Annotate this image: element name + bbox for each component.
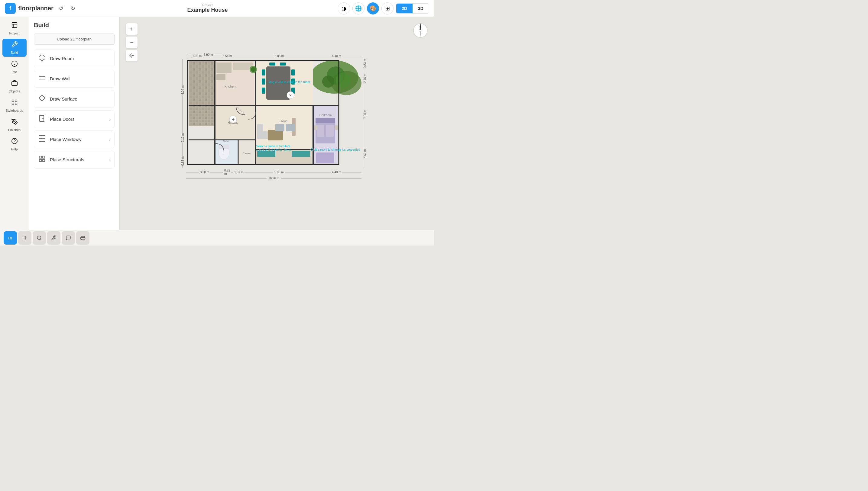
- measure-left-1: 2.12 m: [181, 133, 184, 143]
- measure-bottom-4: 4.48 m: [332, 171, 341, 174]
- draw-room-label: Draw Room: [50, 56, 74, 61]
- svg-rect-25: [39, 160, 42, 162]
- svg-rect-67: [268, 130, 283, 140]
- topbar-right: ◑ 🌐 🎨 ⊞ 2D 3D: [338, 2, 429, 15]
- sidebar-item-help[interactable]: Help: [2, 135, 27, 153]
- sidebar-item-build[interactable]: Build: [2, 39, 27, 57]
- furniture-button[interactable]: [76, 231, 89, 244]
- svg-point-26: [131, 55, 133, 56]
- redo-button[interactable]: ↻: [69, 3, 77, 13]
- svg-text:✕: ✕: [289, 93, 292, 97]
- svg-rect-54: [269, 62, 275, 65]
- svg-text:N: N: [419, 25, 421, 28]
- info-icon: [11, 60, 18, 69]
- project-label: Project: [187, 3, 227, 7]
- sidebar-item-finishes[interactable]: Finishes: [2, 116, 27, 134]
- svg-text:✚: ✚: [232, 118, 235, 121]
- topbar: f floorplanner ↺ ↻ Project Example House…: [0, 0, 434, 17]
- svg-rect-55: [280, 62, 286, 65]
- zoom-in-button[interactable]: +: [126, 23, 138, 35]
- canvas-area[interactable]: + − N 1.: [120, 17, 434, 230]
- svg-rect-70: [286, 124, 295, 132]
- view-2d-button[interactable]: 2D: [396, 4, 412, 13]
- place-windows-icon: [38, 135, 46, 144]
- color-button[interactable]: 🎨: [367, 2, 379, 15]
- living-label: Living: [279, 120, 288, 123]
- comment-button[interactable]: [62, 231, 75, 244]
- compass: N: [413, 23, 428, 38]
- svg-rect-74: [218, 144, 229, 149]
- place-windows-item[interactable]: Place Windows ›: [34, 131, 114, 148]
- bedroom-label: Bedroom: [320, 114, 332, 117]
- help-icon: [11, 138, 18, 146]
- svg-rect-51: [291, 69, 295, 76]
- svg-rect-43: [216, 62, 232, 73]
- svg-rect-62: [335, 125, 338, 130]
- upload-floorplan-button[interactable]: Upload 2D floorplan: [34, 33, 114, 45]
- svg-rect-78: [292, 151, 310, 157]
- draw-room-icon: [38, 54, 46, 63]
- logo-text: floorplanner: [18, 5, 54, 12]
- floorplan-svg[interactable]: Kitchen: [186, 59, 361, 168]
- sidebar-item-label-finishes: Finishes: [8, 128, 21, 132]
- svg-rect-63: [316, 152, 334, 163]
- svg-rect-50: [262, 88, 265, 94]
- svg-rect-6: [11, 82, 17, 85]
- measure-left-2: 0.88 m: [181, 156, 184, 166]
- sidebar-item-label-build: Build: [10, 51, 18, 54]
- svg-point-88: [251, 67, 256, 72]
- view-3d-button[interactable]: 3D: [412, 4, 429, 13]
- search-button[interactable]: [33, 231, 46, 244]
- place-windows-chevron: ›: [109, 137, 111, 142]
- measure-right-0: 0.83 m: [363, 59, 367, 68]
- svg-rect-45: [216, 74, 225, 80]
- sidebar-item-styleboards[interactable]: Styleboards: [2, 97, 27, 115]
- place-doors-label: Place Doors: [50, 117, 75, 122]
- metric-button[interactable]: m: [4, 231, 17, 244]
- tooltip-drag: Drag a wall to enlarge the room: [268, 80, 310, 84]
- draw-surface-icon: [38, 94, 46, 103]
- svg-point-12: [11, 138, 17, 144]
- svg-rect-0: [12, 23, 17, 28]
- project-name: Example House: [187, 7, 227, 13]
- measure-top-3: 4.48 m: [332, 54, 341, 58]
- view-toggle: 2D 3D: [396, 3, 429, 13]
- svg-rect-15: [39, 77, 45, 79]
- sidebar-item-project[interactable]: Project: [2, 19, 27, 37]
- place-doors-item[interactable]: Place Doors ›: [34, 110, 114, 128]
- finishes-icon: [11, 118, 18, 127]
- right-measurements: 0.83 m 2.76 m 7.00 m: [361, 59, 380, 168]
- globe-button[interactable]: 🌐: [352, 2, 364, 15]
- place-windows-label: Place Windows: [50, 137, 81, 142]
- measure-right-2: 7.00 m: [363, 110, 367, 119]
- draw-room-item[interactable]: Draw Room: [34, 50, 114, 67]
- draw-surface-item[interactable]: Draw Surface: [34, 90, 114, 108]
- contrast-button[interactable]: ◑: [338, 2, 350, 15]
- settings-button[interactable]: ⊞: [381, 2, 394, 15]
- tools-button[interactable]: [47, 231, 60, 244]
- place-structurals-item[interactable]: Place Structurals ›: [34, 151, 114, 169]
- measure-bottom-1: 0.72 m: [224, 169, 230, 175]
- svg-rect-48: [262, 69, 265, 76]
- build-panel: Build Upload 2D floorplan Draw Room: [29, 17, 120, 230]
- svg-rect-7: [12, 100, 13, 102]
- imperial-button[interactable]: ft: [18, 231, 31, 244]
- svg-point-18: [43, 118, 43, 119]
- sidebar-item-label-objects: Objects: [9, 89, 20, 93]
- zoom-fit-button[interactable]: [126, 50, 138, 62]
- svg-line-98: [40, 239, 41, 240]
- logo-icon: f: [5, 3, 16, 14]
- measure-total: 16.96 m: [268, 177, 279, 180]
- sidebar-item-info[interactable]: Info: [2, 58, 27, 76]
- bottom-toolbar: m ft: [0, 230, 434, 246]
- bottom-measurements: 3.38 m 0.72 m 1.37 m: [186, 169, 361, 180]
- draw-wall-item[interactable]: Draw Wall: [34, 70, 114, 88]
- sidebar-item-objects[interactable]: Objects: [2, 77, 27, 95]
- sidebar-item-label-help: Help: [11, 147, 18, 151]
- floorplan-main: 4.04 m 2.12 m 0.88 m: [168, 59, 380, 168]
- svg-rect-22: [39, 156, 42, 158]
- measure-bottom-0: 3.38 m: [200, 171, 210, 174]
- sidebar-item-label-project: Project: [9, 31, 19, 35]
- zoom-out-button[interactable]: −: [126, 36, 138, 48]
- undo-button[interactable]: ↺: [57, 3, 65, 13]
